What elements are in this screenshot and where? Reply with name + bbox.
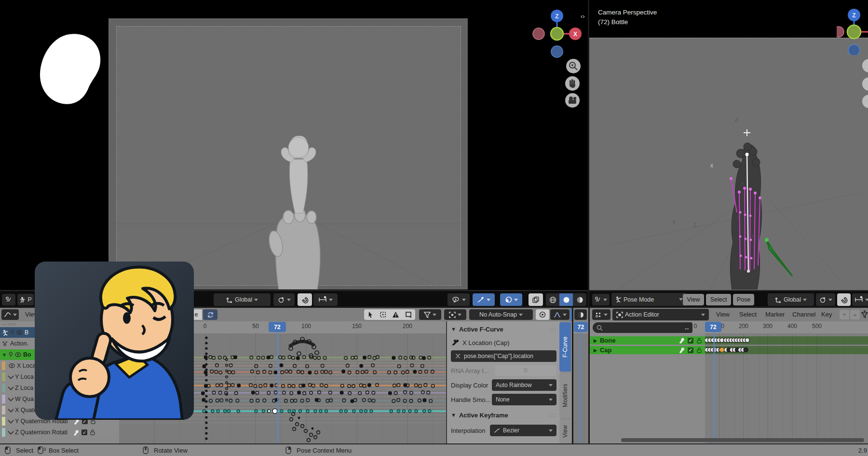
- channel-row-z-quaternion-rotati[interactable]: Z Quaternion Rotati✓: [0, 427, 119, 438]
- pan-hand-icon[interactable]: [565, 76, 580, 91]
- expand-range-button[interactable]: ↔: [681, 322, 692, 333]
- auto-refresh-icon[interactable]: [203, 309, 217, 320]
- box-select-icon[interactable]: [377, 309, 389, 320]
- ruler-tick: 300: [763, 323, 773, 330]
- channel-enable-checkbox[interactable]: ✓: [688, 347, 693, 353]
- pivot-dropdown[interactable]: [273, 293, 295, 306]
- channel-search-input[interactable]: [593, 322, 687, 333]
- snap-magnet-toggle[interactable]: [298, 293, 312, 306]
- ruler-tick: 400: [787, 323, 797, 330]
- mode-label: Pose Mode: [624, 296, 654, 303]
- show-gizmo-dropdown[interactable]: [448, 293, 470, 306]
- unpin-up-button[interactable]: [850, 310, 860, 319]
- autosnap-dropdown[interactable]: No Auto-Snap: [469, 309, 533, 320]
- action-playhead[interactable]: [714, 332, 715, 443]
- strip-frame-badge[interactable]: 72: [574, 322, 588, 332]
- editor-type-button[interactable]: [1, 309, 19, 320]
- action-channel-bone[interactable]: ▶Bone ✓: [590, 336, 705, 345]
- pivot-point-dropdown[interactable]: [444, 309, 466, 320]
- horizontal-scrollbar[interactable]: [621, 438, 864, 442]
- tab-view[interactable]: View: [559, 420, 571, 443]
- action-frame-badge[interactable]: 72: [705, 322, 721, 332]
- snap-magnet-toggle[interactable]: [837, 293, 851, 306]
- axis-letter-z-low: Z: [693, 222, 697, 228]
- gizmos-toggle[interactable]: [473, 293, 495, 306]
- channel-enable-checkbox[interactable]: ✓: [688, 338, 693, 344]
- editor-mode-dropdown[interactable]: Action Editor: [612, 309, 709, 320]
- panel-grip[interactable]: ::::: [549, 327, 556, 332]
- panel-grip[interactable]: ::::: [549, 413, 556, 418]
- filter-dropdown[interactable]: [419, 309, 441, 320]
- shading-material-button[interactable]: [573, 293, 586, 306]
- nav-gizmo[interactable]: Z X: [530, 7, 588, 60]
- svg-text:Z: Z: [555, 13, 558, 20]
- editor-type-button[interactable]: [592, 309, 610, 320]
- proportional-falloff-dropdown[interactable]: [313, 293, 338, 306]
- search-icon: [597, 325, 603, 331]
- display-color-row: Display Color Auto Rainbow: [451, 379, 556, 391]
- status-hint-box-select: Box Select: [38, 446, 79, 454]
- bone-green: [765, 238, 792, 276]
- menu-select[interactable]: Select: [706, 294, 731, 305]
- proportional-falloff-dropdown[interactable]: [852, 293, 868, 306]
- interpolation-dropdown[interactable]: Bezier: [490, 425, 556, 436]
- rna-array-value-field[interactable]: 0: [495, 365, 556, 376]
- display-color-dropdown[interactable]: Auto Rainbow: [492, 379, 556, 391]
- blender-window: Z X P Global: [0, 0, 868, 456]
- region-collapse-icon[interactable]: ‹›: [581, 13, 585, 20]
- menu-view[interactable]: View: [683, 294, 704, 305]
- menu-pose[interactable]: Pose: [733, 294, 754, 305]
- menu-marker[interactable]: Marker: [765, 311, 785, 318]
- hand-mesh-posed[interactable]: [694, 116, 800, 290]
- pivot-dropdown[interactable]: [816, 293, 835, 306]
- action-keyframe-area[interactable]: [705, 333, 868, 443]
- axis-letter-z-top: Z: [735, 117, 738, 123]
- menu-view[interactable]: View: [716, 311, 730, 318]
- channel-enable-checkbox[interactable]: ✓: [81, 429, 87, 435]
- editor-type-button[interactable]: [2, 294, 15, 305]
- unpin-down-button[interactable]: [840, 310, 849, 319]
- figure-model[interactable]: [260, 130, 338, 290]
- handle-smoothing-dropdown[interactable]: None: [492, 394, 556, 405]
- frame-region-icon[interactable]: [402, 309, 415, 320]
- ruler-tick: 0: [203, 323, 207, 330]
- proportional-edit-toggle[interactable]: [536, 309, 549, 320]
- editor-type-button[interactable]: [574, 309, 587, 320]
- menu-select[interactable]: Select: [739, 311, 757, 318]
- panel-header-active-fcurve[interactable]: ▼ Active F-Curve ::::: [451, 323, 556, 335]
- select-tool-icon[interactable]: [364, 309, 377, 320]
- filters-icon[interactable]: [861, 310, 868, 320]
- camera-view-icon[interactable]: [565, 93, 580, 108]
- status-hint-rotate-view: Rotate View: [143, 446, 188, 454]
- orientation-dropdown[interactable]: Global: [768, 293, 814, 306]
- collapsed-timeline-strip[interactable]: 72: [573, 308, 588, 443]
- tab-modifiers[interactable]: Modifiers: [559, 373, 571, 418]
- overlays-toggle[interactable]: [500, 293, 522, 306]
- strip-playhead[interactable]: [580, 332, 581, 443]
- menu-key[interactable]: Key: [821, 311, 832, 318]
- menu-channel[interactable]: Channel: [792, 311, 815, 318]
- ruler-tick: 500: [812, 323, 822, 330]
- shading-solid-button[interactable]: [559, 293, 573, 306]
- action-editor: Action Editor View Select Marker Channel…: [590, 308, 868, 443]
- ruler-tick: 0: [694, 323, 697, 330]
- zoom-icon[interactable]: [566, 59, 581, 73]
- rna-path-field[interactable]: pose.bones["Cap"].location: [451, 350, 556, 362]
- action-channel-cap[interactable]: ▶Cap ✓: [590, 346, 705, 354]
- viewport-right[interactable]: Camera Perspective (72) Bottle: [589, 0, 868, 307]
- status-hint-select: Select: [5, 446, 33, 454]
- tab-fcurve[interactable]: F-Curve: [559, 322, 571, 372]
- status-hint-pose-context-menu: Pose Context Menu: [285, 446, 352, 454]
- graph-playhead[interactable]: [277, 332, 278, 443]
- nav-gizmo[interactable]: Z: [837, 6, 868, 55]
- xray-toggle[interactable]: [529, 293, 543, 306]
- vault-boy-image: [35, 262, 194, 420]
- mode-dropdown-clipped[interactable]: P: [17, 294, 34, 305]
- graph-frame-badge[interactable]: 72: [269, 322, 286, 332]
- editor-type-button[interactable]: [592, 294, 610, 305]
- shading-wireframe-button[interactable]: [546, 293, 559, 306]
- orientation-dropdown[interactable]: Global: [214, 293, 271, 306]
- mode-dropdown[interactable]: Pose Mode: [611, 293, 687, 306]
- falloff-dropdown[interactable]: [550, 309, 570, 320]
- panel-header-active-keyframe[interactable]: ▼ Active Keyframe ::::: [451, 409, 556, 421]
